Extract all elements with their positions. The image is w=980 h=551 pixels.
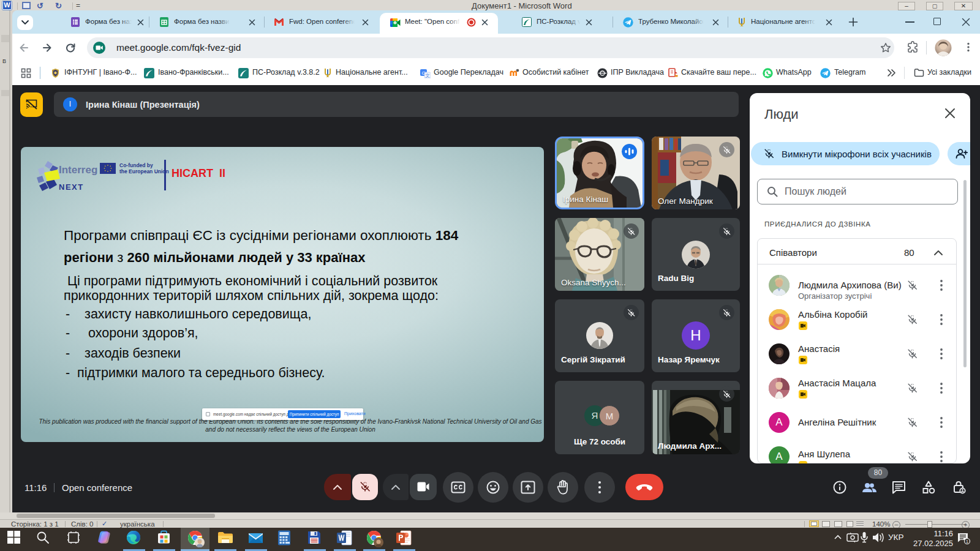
svg-text:1: 1 (966, 539, 968, 544)
svg-text:文: 文 (425, 73, 430, 78)
